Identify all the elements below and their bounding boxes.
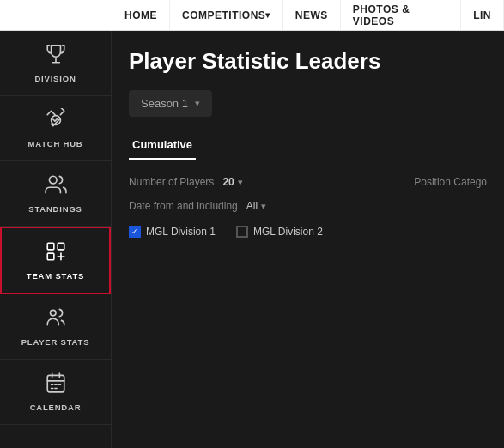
- date-from-label: Date from and including: [129, 200, 238, 212]
- sidebar-label-calendar: CALENDAR: [30, 403, 82, 412]
- division-2-checkbox[interactable]: [236, 226, 248, 238]
- season-chevron-icon: ▾: [195, 98, 200, 109]
- division-2-label: MGL Division 2: [253, 226, 323, 238]
- svg-rect-3: [47, 253, 54, 260]
- nav-competitions[interactable]: COMPETITIONS: [170, 0, 283, 30]
- nav-photos-videos[interactable]: PHOTOS & VIDEOS: [341, 0, 461, 30]
- sidebar-label-standings: STANDINGS: [28, 204, 82, 214]
- tabs-bar: Cumulative: [129, 130, 487, 160]
- top-nav: HOME COMPETITIONS NEWS PHOTOS & VIDEOS L…: [0, 0, 504, 31]
- trophy-icon: [45, 43, 67, 69]
- sidebar-label-division: DIVISION: [34, 74, 76, 83]
- sidebar-item-division[interactable]: DIVISION: [0, 31, 111, 96]
- svg-rect-1: [47, 243, 54, 250]
- calendar-icon: [45, 372, 67, 397]
- sidebar-item-player-stats[interactable]: PLAYER STATS: [0, 294, 111, 360]
- sidebar-label-team-stats: TEAM STATS: [27, 271, 84, 281]
- players-chevron-icon: ▾: [238, 177, 243, 188]
- date-chevron-icon: ▾: [261, 201, 266, 212]
- main-layout: DIVISION MATCH HUB STANDINGS: [0, 31, 504, 448]
- svg-point-4: [50, 310, 56, 316]
- sidebar-item-standings[interactable]: STANDINGS: [0, 161, 111, 227]
- page-title: Player Statistic Leaders: [129, 48, 487, 75]
- nav-home[interactable]: HOME: [112, 0, 170, 30]
- division-1-checkbox[interactable]: [129, 226, 141, 238]
- number-of-players-label: Number of Players: [129, 176, 214, 188]
- division-1-label: MGL Division 1: [146, 226, 216, 238]
- nav-news[interactable]: NEWS: [283, 0, 341, 30]
- division-item-2[interactable]: MGL Division 2: [236, 226, 323, 238]
- teamstats-icon: [45, 240, 67, 266]
- nav-lin[interactable]: LIN: [461, 0, 504, 30]
- svg-rect-2: [58, 243, 64, 250]
- date-value: All: [246, 200, 258, 212]
- sidebar-label-player-stats: PLAYER STATS: [21, 337, 90, 347]
- sidebar: DIVISION MATCH HUB STANDINGS: [0, 31, 112, 448]
- division-item-1[interactable]: MGL Division 1: [129, 226, 216, 238]
- season-value: Season 1: [141, 97, 188, 110]
- season-selector[interactable]: Season 1 ▾: [129, 90, 212, 117]
- number-of-players-value: 20: [222, 176, 234, 188]
- date-filter-row: Date from and including All ▾: [129, 200, 487, 212]
- content-area: Player Statistic Leaders Season 1 ▾ Cumu…: [112, 31, 504, 448]
- sidebar-item-calendar[interactable]: CALENDAR: [0, 360, 111, 425]
- sidebar-label-match-hub: MATCH HUB: [27, 139, 82, 148]
- standings-icon: [45, 173, 67, 199]
- division-row: MGL Division 1 MGL Division 2: [129, 226, 487, 238]
- svg-rect-5: [47, 375, 64, 392]
- number-of-players-dropdown[interactable]: 20 ▾: [222, 176, 242, 188]
- date-dropdown[interactable]: All ▾: [246, 200, 266, 212]
- sidebar-item-team-stats[interactable]: TEAM STATS: [0, 227, 111, 294]
- tab-cumulative[interactable]: Cumulative: [129, 131, 196, 160]
- handshake-icon: [45, 108, 67, 134]
- players-filter-row: Number of Players 20 ▾ Position Catego: [129, 176, 487, 188]
- sidebar-item-match-hub[interactable]: MATCH HUB: [0, 96, 111, 161]
- position-category-label: Position Catego: [414, 176, 487, 188]
- playerstats-icon: [45, 306, 67, 332]
